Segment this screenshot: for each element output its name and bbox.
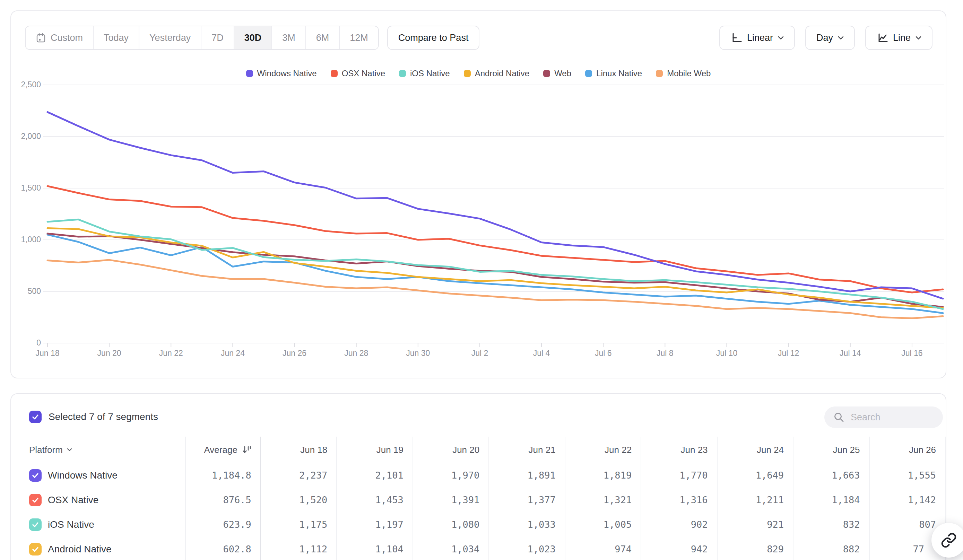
average-header-label: Average [204,445,237,455]
value-cell: 1,770 [641,463,717,487]
legend-label: Android Native [475,69,529,78]
platform-label: Android Native [48,544,112,555]
value-cell: 1,649 [717,463,793,487]
value-cell: 1,211 [717,487,793,512]
segment-checkbox[interactable] [29,494,42,506]
value-cell: 974 [565,537,641,560]
value-cell: 1,663 [793,463,869,487]
selected-summary-label: Selected 7 of 7 segments [49,411,158,422]
table-row-windows-native: Windows Native1,184.82,2372,1011,9701,89… [11,463,945,487]
value-cell: 829 [717,537,793,560]
calendar-icon [36,32,46,43]
value-cell: 1,891 [489,463,565,487]
date-column-header[interactable]: Jun 26 [869,437,946,463]
value-cell: 1,104 [337,537,412,560]
copy-link-button[interactable] [931,523,963,558]
date-range-label: 12M [350,32,368,43]
legend-item[interactable]: Android Native [464,69,529,78]
segments-table: Platform Average Jun 18Jun 19Jun 20Jun 2 [11,437,946,560]
legend-item[interactable]: Windows Native [246,69,317,78]
date-range-6m[interactable]: 6M [306,26,340,49]
date-column-header[interactable]: Jun 25 [793,437,869,463]
legend-item[interactable]: Web [543,69,571,78]
legend-item[interactable]: iOS Native [399,69,450,78]
value-cell: 1,453 [337,487,412,512]
date-column-header[interactable]: Jun 21 [489,437,565,463]
legend-label: Windows Native [257,69,317,78]
value-cell: 1,112 [261,537,337,560]
date-range-custom[interactable]: Custom [26,26,94,49]
value-cell: 1,377 [489,487,565,512]
date-column-header[interactable]: Jun 19 [337,437,412,463]
date-column-header[interactable]: Jun 23 [641,437,717,463]
date-range-30d[interactable]: 30D [234,26,272,49]
platform-cell: Android Native [11,537,185,560]
chart-series-linux-native [47,235,943,313]
interval-select[interactable]: Day [805,26,855,50]
value-cell: 1,391 [413,487,489,512]
chevron-down-icon [778,36,784,40]
date-range-label: Custom [50,32,83,43]
date-range-3m[interactable]: 3M [272,26,306,49]
platform-column-header[interactable]: Platform [11,437,185,463]
segment-checkbox[interactable] [29,518,42,531]
segment-checkbox[interactable] [29,543,42,555]
chart-series-ios-native [47,219,943,309]
chart-legend: Windows NativeOSX NativeiOS NativeAndroi… [11,69,946,78]
legend-swatch [331,70,338,77]
chart-series-osx-native [47,186,943,293]
chart-series-mobile-web [47,260,943,318]
chart-type-select[interactable]: Line [865,26,932,50]
date-range-yesterday[interactable]: Yesterday [139,26,201,49]
legend-item[interactable]: OSX Native [331,69,385,78]
search-icon [833,412,845,423]
chart-toolbar: CustomTodayYesterday7D30D3M6M12M Compare… [11,11,946,50]
legend-item[interactable]: Linux Native [585,69,642,78]
table-row-osx-native: OSX Native876.51,5201,4531,3911,3771,321… [11,487,945,512]
date-range-label: 7D [211,32,224,43]
value-cell: 1,555 [869,463,946,487]
value-cell: 921 [717,512,793,537]
line-chart[interactable] [11,11,946,378]
average-cell: 623.9 [185,512,261,537]
interval-label: Day [816,32,833,43]
segments-table-card: Selected 7 of 7 segments Platform [10,393,946,560]
platform-label: OSX Native [48,495,99,506]
legend-item[interactable]: Mobile Web [656,69,711,78]
date-column-header[interactable]: Jun 24 [717,437,793,463]
legend-label: Web [554,69,571,78]
value-cell: 942 [641,537,717,560]
select-all-checkbox[interactable] [29,411,42,423]
scale-select[interactable]: Linear [719,26,795,50]
legend-swatch [585,70,592,77]
date-column-header[interactable]: Jun 20 [413,437,489,463]
value-cell: 882 [793,537,869,560]
axes-icon [730,32,742,44]
value-cell: 1,175 [261,512,337,537]
chart-options-group: Linear Day Line [719,26,932,50]
segment-checkbox[interactable] [29,469,42,482]
selected-summary-row: Selected 7 of 7 segments [29,411,158,423]
date-column-header[interactable]: Jun 18 [261,437,337,463]
legend-label: iOS Native [410,69,450,78]
search-box[interactable] [824,406,943,428]
date-column-header[interactable]: Jun 22 [565,437,641,463]
legend-label: OSX Native [342,69,385,78]
compare-to-past-label: Compare to Past [398,32,469,43]
legend-label: Linux Native [596,69,642,78]
date-range-12m[interactable]: 12M [340,26,378,49]
platform-cell: OSX Native [11,487,185,512]
compare-to-past-button[interactable]: Compare to Past [387,26,480,50]
chart-type-label: Line [893,32,911,43]
table-row-android-native: Android Native602.81,1121,1041,0341,0239… [11,537,945,560]
search-input[interactable] [850,412,931,423]
date-range-7d[interactable]: 7D [201,26,234,49]
legend-swatch [656,70,663,77]
value-cell: 1,819 [565,463,641,487]
legend-swatch [246,70,253,77]
legend-swatch [543,70,550,77]
date-range-today[interactable]: Today [94,26,139,49]
table-row-ios-native: iOS Native623.91,1751,1971,0801,0331,005… [11,512,945,537]
average-column-header[interactable]: Average [185,437,261,463]
value-cell: 1,970 [413,463,489,487]
